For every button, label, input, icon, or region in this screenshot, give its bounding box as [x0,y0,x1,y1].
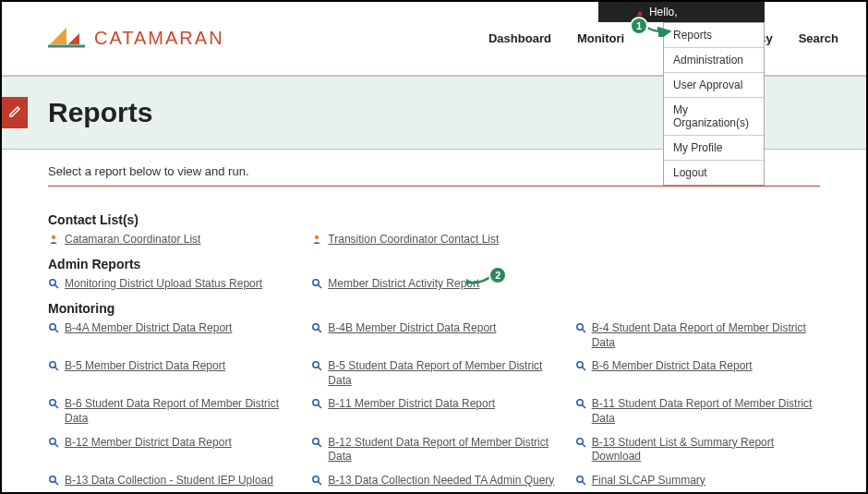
admin-member-district-activity[interactable]: Member District Activity Report [328,277,479,292]
svg-line-25 [55,443,59,447]
monitoring-report-link[interactable]: B-5 Member District Data Report [65,359,225,374]
svg-line-17 [582,367,585,371]
monitoring-grid: B-4A Member District Data ReportB-4B Mem… [48,321,820,494]
dropdown-my-organizations[interactable]: My Organization(s) [664,98,764,136]
monitoring-report-link[interactable]: Final SLCAP Summary [592,474,705,488]
list-item: B-5 Member District Data Report [48,359,293,388]
callout-badge-2: 2 [488,266,507,284]
svg-point-18 [50,400,55,405]
list-item: B-5 Student Data Report of Member Distri… [311,359,556,388]
monitoring-report-link[interactable]: B-4B Member District Data Report [328,321,496,336]
svg-point-28 [576,438,582,443]
list-item: Transition Coordinator Contact List [311,233,556,247]
dropdown-administration[interactable]: Administration [664,48,764,73]
svg-line-5 [319,285,322,289]
list-item: B-11 Student Data Report of Member Distr… [575,397,820,426]
monitoring-report-link[interactable]: B-13 Data Collection Needed TA Admin Que… [328,474,554,488]
list-item: Monitoring District Upload Status Report [48,277,293,292]
nav-search[interactable]: Search [799,31,838,45]
content-area: Select a report below to view and run. C… [2,150,866,494]
person-icon [48,234,61,247]
svg-line-27 [319,443,322,447]
magnifier-icon [311,360,324,374]
svg-line-7 [55,330,59,333]
dropdown-user-approval[interactable]: User Approval [664,73,764,98]
contact-catamaran-coordinator[interactable]: Catamaran Coordinator List [65,233,200,247]
callout-arrow-1 [645,22,673,37]
monitoring-report-link[interactable]: B-13 Data Collection - Student IEP Uploa… [65,474,273,488]
list-item: B-13 Data Collection Needed TA Admin Que… [311,474,556,488]
svg-point-1 [315,235,319,239]
svg-line-13 [55,367,59,371]
svg-line-9 [319,330,322,333]
dropdown-reports[interactable]: Reports [664,23,764,48]
side-tab-button[interactable] [2,97,28,128]
svg-point-12 [50,362,55,367]
magnifier-icon [311,278,324,292]
person-icon [311,234,324,247]
svg-point-2 [50,280,55,285]
svg-line-29 [582,443,585,447]
svg-line-19 [55,405,59,409]
svg-point-4 [313,280,319,285]
magnifier-icon [575,398,588,412]
admin-monitoring-upload-status[interactable]: Monitoring District Upload Status Report [65,277,262,292]
magnifier-icon [311,437,324,451]
contact-transition-coordinator[interactable]: Transition Coordinator Contact List [328,233,499,247]
svg-point-24 [50,438,55,443]
brand-logo[interactable]: CATAMARAN [48,24,224,53]
list-item: B-4 Student Data Report of Member Distri… [575,321,820,350]
svg-point-22 [576,400,582,405]
dropdown-logout[interactable]: Logout [664,161,764,185]
magnifier-icon [311,475,324,488]
list-item: Catamaran Coordinator List [48,233,293,247]
monitoring-report-link[interactable]: B-11 Member District Data Report [328,397,495,412]
monitoring-report-link[interactable]: B-6 Member District Data Report [592,359,753,374]
list-item: B-12 Member District Data Report [48,436,293,464]
monitoring-report-link[interactable]: B-12 Member District Data Report [65,436,232,451]
magnifier-icon [48,398,61,412]
svg-point-6 [50,324,55,330]
catamaran-logo-icon [48,24,85,53]
user-icon: ▲ [635,7,645,18]
magnifier-icon [48,475,61,488]
monitoring-report-link[interactable]: B-12 Student Data Report of Member Distr… [328,436,556,464]
monitoring-report-link[interactable]: B-5 Student Data Report of Member Distri… [328,359,556,388]
magnifier-icon [575,360,588,374]
brand-name: CATAMARAN [94,28,224,49]
list-item: B-6 Student Data Report of Member Distri… [48,397,293,426]
nav-monitoring[interactable]: Monitori [577,31,624,45]
greeting-text: Hello, [649,6,678,18]
magnifier-icon [48,437,61,451]
svg-point-0 [52,235,55,239]
monitoring-report-link[interactable]: B-4 Student Data Report of Member Distri… [592,321,820,350]
dropdown-my-profile[interactable]: My Profile [664,136,764,161]
user-dropdown: Reports Administration User Approval My … [663,22,765,186]
magnifier-icon [48,322,61,336]
svg-line-21 [319,405,322,409]
svg-point-32 [313,476,319,482]
monitoring-report-link[interactable]: B-6 Student Data Report of Member Distri… [65,397,293,426]
monitoring-report-link[interactable]: B-4A Member District Data Report [65,321,232,336]
magnifier-icon [311,398,324,412]
list-item: Final SLCAP Summary [575,474,820,488]
svg-point-16 [576,362,582,367]
svg-point-26 [313,438,319,443]
nav-dashboard[interactable]: Dashboard [488,31,551,45]
callout-badge-1: 1 [630,17,648,35]
section-monitoring-title: Monitoring [48,301,820,316]
list-item: B-6 Member District Data Report [575,359,820,388]
user-greeting-bar: ▲ Hello, [598,2,765,22]
edit-icon [7,104,22,122]
section-contact-title: Contact List(s) [48,212,820,227]
list-item: B-4A Member District Data Report [48,321,293,350]
section-admin-title: Admin Reports [48,257,820,271]
magnifier-icon [311,322,324,336]
svg-point-8 [313,324,319,330]
magnifier-icon [575,322,588,336]
list-item: B-4B Member District Data Report [311,321,556,350]
magnifier-icon [48,360,61,374]
monitoring-report-link[interactable]: B-11 Student Data Report of Member Distr… [592,397,820,426]
svg-point-20 [313,400,319,405]
monitoring-report-link[interactable]: B-13 Student List & Summary Report Downl… [592,436,820,464]
